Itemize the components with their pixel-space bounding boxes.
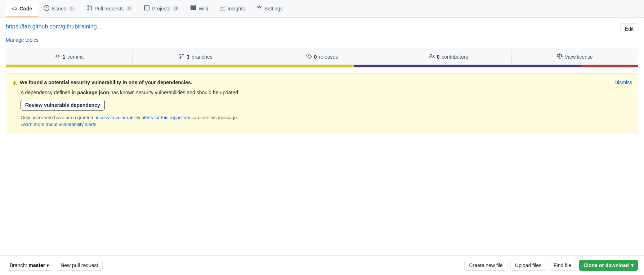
tab-settings[interactable]: Settings [251, 0, 289, 18]
alert-header: ⚠ We found a potential security vulnerab… [12, 80, 632, 87]
branches-icon [179, 53, 184, 60]
alert-description: A dependency defined in package.json has… [12, 90, 632, 95]
license-label: View license [565, 54, 593, 60]
alert-desc-after: has known security vulnerabilities and s… [109, 90, 240, 95]
insights-icon [220, 5, 225, 12]
alert-title: ⚠ We found a potential security vulnerab… [12, 80, 192, 87]
settings-icon [256, 5, 262, 12]
tab-settings-label: Settings [264, 6, 283, 12]
pull-requests-badge: 2 [126, 6, 133, 11]
tab-pull-requests-label: Pull requests [95, 6, 124, 12]
alert-footer-after: can see this message. [190, 115, 238, 120]
license-icon [557, 53, 563, 60]
branches-label: branches [192, 54, 213, 60]
alert-desc-before: A dependency defined in [21, 90, 77, 95]
tab-pull-requests[interactable]: Pull requests 2 [81, 0, 139, 18]
releases-label: releases [319, 54, 338, 60]
repo-url[interactable]: https://lab.github.com/githubtraining... [6, 23, 102, 30]
projects-icon [144, 5, 150, 12]
stat-commits[interactable]: 1 commit [6, 49, 133, 64]
stat-license[interactable]: View license [512, 49, 638, 64]
dismiss-link[interactable]: Dismiss [614, 80, 632, 85]
tab-code[interactable]: <> Code [6, 1, 38, 17]
stat-releases[interactable]: 0 releases [259, 49, 385, 64]
main-content: https://lab.github.com/githubtraining...… [0, 18, 644, 133]
projects-badge: 0 [173, 6, 179, 11]
releases-count: 0 [314, 54, 317, 60]
repo-link-row: https://lab.github.com/githubtraining...… [6, 23, 638, 34]
pull-requests-icon [87, 5, 93, 12]
vulnerability-alerts-link[interactable]: access to vulnerability alerts for this … [94, 115, 190, 120]
tab-code-label: Code [19, 6, 32, 12]
branches-count: 3 [187, 54, 189, 60]
contributors-label: contributors [442, 54, 468, 60]
code-icon: <> [12, 6, 17, 12]
language-bar [6, 65, 638, 68]
warning-icon: ⚠ [12, 80, 17, 87]
tab-insights-label: Insights [228, 6, 245, 12]
alert-title-text: We found a potential security vulnerabil… [20, 80, 192, 85]
commits-icon [55, 53, 61, 60]
alert-footer: Only users who have been granted access … [12, 115, 632, 120]
tab-projects-label: Projects [152, 6, 170, 12]
stat-branches[interactable]: 3 branches [133, 49, 259, 64]
learn-more-link[interactable]: Learn more about vulnerability alerts [12, 122, 632, 127]
alert-footer-before: Only users who have been granted [21, 115, 94, 120]
lang-css [354, 65, 581, 67]
tab-wiki-label: Wiki [198, 6, 208, 12]
review-button[interactable]: Review vulnerable dependency [21, 100, 105, 111]
contributors-icon [429, 53, 435, 60]
tab-wiki[interactable]: Wiki [185, 0, 214, 18]
issues-badge: 1 [68, 6, 75, 11]
alert-desc-file: package.json [77, 90, 109, 95]
edit-button[interactable]: Edit [620, 23, 638, 34]
issues-icon [44, 5, 49, 12]
nav-tabs: <> Code Issues 1 Pull requests 2 Project… [0, 0, 644, 18]
releases-icon [306, 53, 312, 60]
stat-contributors[interactable]: 0 contributors [385, 49, 512, 64]
tab-insights[interactable]: Insights [214, 0, 251, 18]
stats-bar: 1 commit 3 branches 0 releases 0 contrib… [6, 49, 638, 65]
commits-count: 1 [63, 54, 66, 60]
contributors-count: 0 [437, 54, 440, 60]
commits-label: commit [67, 54, 84, 60]
tab-issues[interactable]: Issues 1 [38, 0, 81, 18]
manage-topics-link[interactable]: Manage topics [6, 37, 638, 43]
lang-javascript [6, 65, 354, 67]
tab-projects[interactable]: Projects 0 [138, 0, 185, 18]
lang-html [581, 65, 638, 67]
wiki-icon [191, 5, 196, 12]
tab-issues-label: Issues [52, 6, 66, 12]
security-alert: ⚠ We found a potential security vulnerab… [6, 73, 638, 133]
